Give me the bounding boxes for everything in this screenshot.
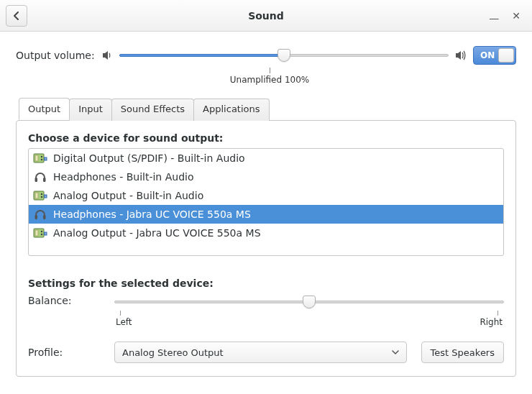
- headphones-icon: [33, 170, 47, 183]
- tab-sound-effects[interactable]: Sound Effects: [111, 98, 194, 121]
- chevron-down-icon: [392, 347, 399, 358]
- svg-point-2: [41, 156, 42, 157]
- svg-point-9: [41, 193, 42, 195]
- back-button[interactable]: [6, 5, 27, 27]
- window-title: Sound: [0, 10, 532, 22]
- svg-rect-13: [43, 215, 46, 219]
- device-item[interactable]: Digital Output (S/PDIF) - Built-in Audio: [29, 149, 503, 168]
- output-device-list[interactable]: Digital Output (S/PDIF) - Built-in Audio…: [28, 148, 504, 256]
- profile-selected-value: Analog Stereo Output: [122, 347, 224, 358]
- tab-panel-output: Choose a device for sound output: Digita…: [16, 120, 516, 377]
- toggle-on-label: ON: [480, 50, 495, 60]
- balance-right-label: Right: [480, 317, 503, 327]
- output-volume-slider[interactable]: [119, 48, 449, 63]
- output-volume-toggle[interactable]: ON: [473, 46, 516, 65]
- headphones-icon: [33, 208, 47, 221]
- settings-for-device-label: Settings for the selected device:: [28, 278, 504, 289]
- tab-output[interactable]: Output: [19, 98, 70, 120]
- audio-card-icon: [33, 189, 47, 202]
- speaker-high-icon: [454, 49, 467, 62]
- svg-rect-8: [35, 193, 38, 198]
- audio-card-icon: [33, 152, 47, 165]
- svg-point-10: [41, 196, 42, 198]
- device-item-label: Headphones - Built-in Audio: [53, 171, 193, 183]
- svg-rect-6: [43, 178, 46, 182]
- svg-rect-12: [35, 215, 38, 219]
- profile-label: Profile:: [28, 347, 100, 358]
- device-item-label: Analog Output - Jabra UC VOICE 550a MS: [53, 227, 261, 239]
- svg-rect-15: [35, 230, 38, 236]
- device-item[interactable]: Headphones - Built-in Audio: [29, 168, 503, 186]
- output-volume-row: Output volume: ON: [16, 46, 516, 65]
- svg-point-3: [41, 159, 42, 160]
- svg-rect-4: [45, 157, 47, 160]
- svg-point-17: [41, 234, 42, 235]
- profile-combobox[interactable]: Analog Stereo Output: [114, 342, 407, 363]
- balance-left-label: Left: [116, 317, 132, 327]
- close-button[interactable]: ✕: [512, 11, 520, 21]
- device-item[interactable]: Analog Output - Jabra UC VOICE 550a MS: [29, 224, 503, 242]
- output-volume-label: Output volume:: [16, 50, 95, 61]
- device-item-label: Digital Output (S/PDIF) - Built-in Audio: [53, 152, 245, 164]
- test-speakers-button[interactable]: Test Speakers: [421, 342, 504, 363]
- tab-applications[interactable]: Applications: [193, 98, 269, 121]
- minimize-button[interactable]: —: [489, 13, 499, 23]
- audio-card-icon: [33, 226, 47, 239]
- speaker-low-icon: [101, 49, 114, 62]
- volume-tick-label: Unamplified 100%: [16, 68, 516, 85]
- choose-device-label: Choose a device for sound output:: [28, 132, 504, 144]
- svg-rect-11: [45, 195, 47, 198]
- device-item-label: Analog Output - Built-in Audio: [53, 190, 203, 201]
- device-item-label: Headphones - Jabra UC VOICE 550a MS: [53, 209, 251, 220]
- toggle-knob: [498, 48, 514, 63]
- svg-rect-5: [35, 178, 38, 182]
- titlebar: Sound — ✕: [0, 0, 532, 32]
- svg-rect-18: [45, 232, 47, 235]
- balance-slider[interactable]: [114, 295, 504, 309]
- tab-input[interactable]: Input: [69, 98, 112, 121]
- svg-point-16: [41, 231, 42, 232]
- tab-bar: Output Input Sound Effects Applications: [16, 98, 516, 120]
- device-item[interactable]: Headphones - Jabra UC VOICE 550a MS: [29, 205, 503, 224]
- device-item[interactable]: Analog Output - Built-in Audio: [29, 186, 503, 205]
- window-controls: — ✕: [489, 11, 526, 21]
- svg-rect-1: [35, 155, 38, 161]
- chevron-left-icon: [12, 12, 21, 20]
- balance-label: Balance:: [28, 295, 100, 306]
